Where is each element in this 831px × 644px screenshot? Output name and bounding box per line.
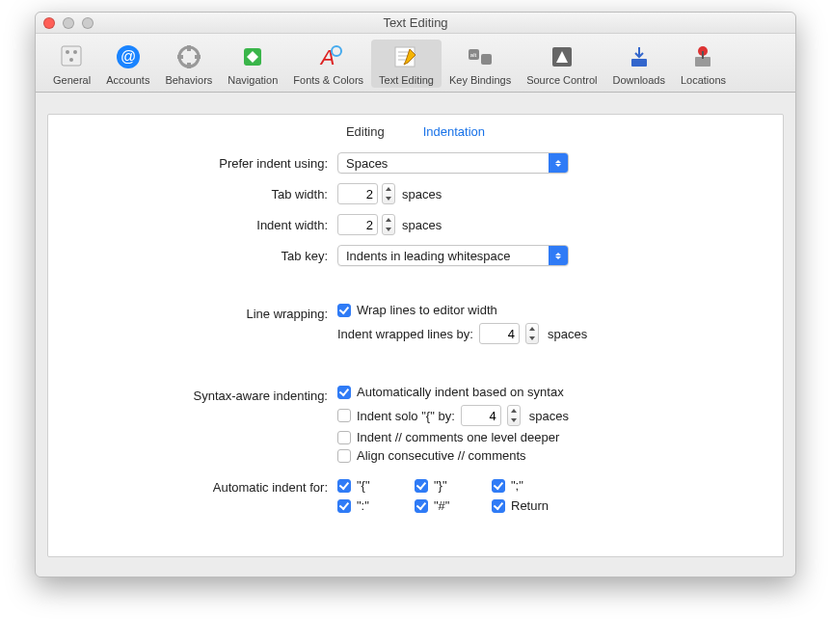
auto-indent-checkbox-0[interactable] — [337, 479, 351, 493]
toolbar-label: Downloads — [613, 74, 665, 86]
auto-indent-label: "{" — [357, 478, 370, 493]
settings-panel: Editing Indentation Prefer indent using:… — [47, 114, 784, 557]
toolbar-label: Locations — [681, 74, 726, 86]
tab-width-stepper[interactable] — [382, 183, 395, 204]
toolbar-general[interactable]: General — [45, 40, 98, 88]
accounts-icon: @ — [113, 41, 144, 72]
toolbar-fontscolors[interactable]: AFonts & Colors — [285, 40, 371, 88]
auto-indent-checkbox-2[interactable] — [492, 479, 505, 493]
svg-marker-28 — [386, 218, 391, 222]
label-syntax-indent: Syntax-aware indenting: — [77, 385, 328, 467]
subtab-indentation[interactable]: Indentation — [423, 124, 485, 139]
tab-key-select[interactable]: Indents in leading whitespace — [337, 245, 569, 266]
toolbar-label: Fonts & Colors — [293, 74, 363, 86]
svg-marker-29 — [386, 228, 391, 231]
auto-indent-item: "{" — [337, 478, 415, 493]
select-knob-icon — [549, 246, 568, 265]
svg-marker-33 — [511, 418, 517, 422]
auto-indent-item: ":" — [337, 498, 415, 513]
auto-indent-item: "}" — [415, 478, 492, 493]
svg-marker-26 — [386, 187, 391, 191]
auto-indent-label: ";" — [511, 478, 523, 493]
window-close-button[interactable] — [43, 17, 55, 29]
indent-solo-checkbox[interactable] — [337, 409, 351, 422]
align-comments-checkbox[interactable] — [337, 449, 351, 463]
svg-marker-30 — [529, 327, 535, 331]
indent-solo-label: Indent solo "{" by: — [357, 409, 455, 423]
auto-indent-item: Return — [492, 498, 569, 513]
svg-rect-25 — [702, 51, 704, 59]
window-title: Text Editing — [383, 15, 447, 30]
select-knob-icon — [549, 153, 568, 173]
auto-indent-checkbox-4[interactable] — [415, 499, 428, 513]
indent-width-unit: spaces — [402, 218, 442, 232]
auto-indent-item: ";" — [492, 478, 569, 493]
locations-icon — [687, 41, 718, 72]
auto-indent-checkbox-5[interactable] — [492, 499, 505, 513]
window-minimize-button[interactable] — [63, 17, 74, 29]
toolbar-accounts[interactable]: @Accounts — [98, 40, 157, 88]
label-indent-width: Indent width: — [77, 214, 328, 235]
indent-wrapped-field[interactable] — [479, 323, 520, 344]
subtab-editing[interactable]: Editing — [346, 124, 385, 139]
general-icon — [57, 41, 88, 72]
svg-rect-10 — [195, 55, 201, 59]
svg-marker-32 — [511, 409, 517, 413]
svg-text:alt: alt — [470, 52, 477, 58]
indent-comments-checkbox[interactable] — [337, 431, 351, 444]
label-line-wrapping: Line wrapping: — [77, 303, 328, 348]
behaviors-icon — [174, 41, 204, 72]
svg-marker-27 — [386, 197, 391, 201]
svg-rect-9 — [177, 55, 183, 59]
svg-text:@: @ — [121, 48, 136, 65]
svg-rect-22 — [631, 59, 647, 67]
toolbar-sourcecontrol[interactable]: Source Control — [519, 40, 604, 88]
navigation-icon — [237, 41, 268, 72]
textediting-icon — [390, 41, 421, 72]
indent-solo-stepper[interactable] — [507, 405, 521, 426]
indent-comments-label: Indent // comments one level deeper — [357, 430, 559, 444]
auto-indent-checkbox-3[interactable] — [337, 499, 351, 513]
indent-wrapped-unit: spaces — [548, 327, 587, 341]
prefer-indent-value: Spaces — [346, 156, 388, 171]
fontscolors-icon: A — [313, 41, 344, 72]
toolbar-downloads[interactable]: Downloads — [605, 40, 673, 88]
svg-marker-31 — [529, 336, 535, 340]
tab-width-field[interactable] — [337, 183, 378, 204]
svg-rect-19 — [481, 54, 492, 65]
toolbar-keybindings[interactable]: altKey Bindings — [442, 40, 519, 88]
downloads-icon — [624, 41, 655, 72]
wrap-lines-checkbox[interactable] — [337, 304, 351, 317]
svg-rect-8 — [187, 63, 191, 68]
toolbar-label: Behaviors — [165, 74, 212, 86]
toolbar-label: Navigation — [228, 74, 278, 86]
auto-indent-label: "}" — [434, 478, 447, 493]
toolbar-label: Accounts — [106, 74, 149, 86]
toolbar-textediting[interactable]: Text Editing — [371, 40, 442, 88]
prefer-indent-select[interactable]: Spaces — [337, 152, 569, 174]
auto-indent-item: "#" — [415, 498, 492, 513]
label-auto-for: Automatic indent for: — [77, 476, 328, 513]
auto-indent-label: ":" — [357, 498, 369, 513]
window-zoom-button[interactable] — [82, 17, 94, 29]
toolbar-label: Text Editing — [379, 74, 434, 86]
indent-width-stepper[interactable] — [382, 214, 395, 235]
keybindings-icon: alt — [465, 41, 496, 72]
indent-width-field[interactable] — [337, 214, 378, 235]
tab-key-value: Indents in leading whitespace — [346, 249, 511, 263]
toolbar-behaviors[interactable]: Behaviors — [157, 40, 220, 88]
tab-width-unit: spaces — [402, 187, 442, 201]
auto-indent-label: Return — [511, 498, 549, 513]
auto-indent-checkbox-1[interactable] — [415, 479, 428, 493]
svg-point-2 — [73, 50, 77, 54]
toolbar-label: Key Bindings — [449, 74, 511, 86]
sourcecontrol-icon — [547, 41, 577, 72]
toolbar-locations[interactable]: Locations — [673, 40, 734, 88]
auto-syntax-label: Automatically indent based on syntax — [357, 385, 564, 399]
indent-wrapped-stepper[interactable] — [525, 323, 539, 344]
label-tab-width: Tab width: — [77, 183, 328, 204]
toolbar-navigation[interactable]: Navigation — [220, 40, 285, 88]
toolbar-label: Source Control — [526, 74, 597, 86]
auto-syntax-checkbox[interactable] — [337, 386, 351, 399]
indent-solo-field[interactable] — [461, 405, 501, 426]
